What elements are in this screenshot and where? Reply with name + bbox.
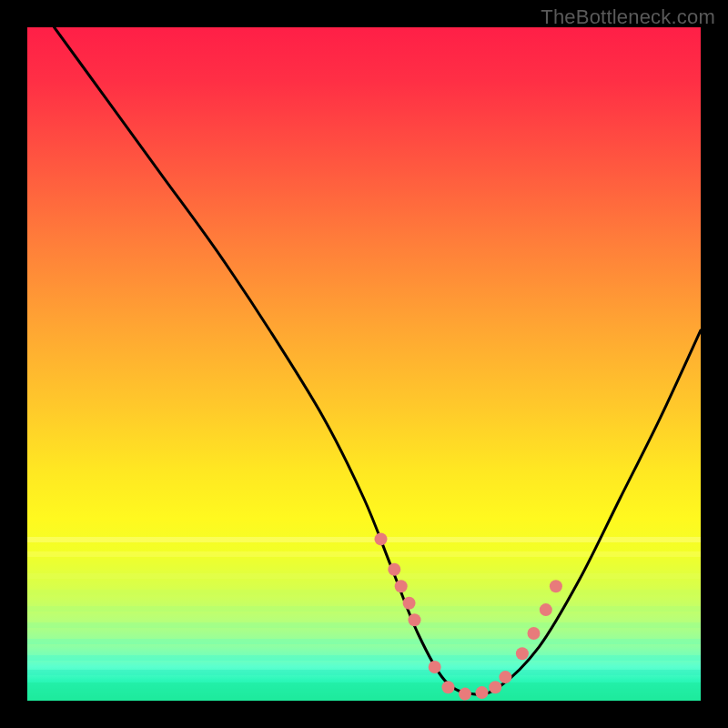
highlight-point [403,597,416,610]
highlight-point [527,627,540,640]
highlight-point [516,647,529,660]
highlight-point [499,671,511,683]
highlight-point [540,603,552,616]
highlight-point [459,688,471,701]
highlight-point [442,681,455,693]
marker-layer [375,532,562,700]
bottleneck-curve [55,27,701,694]
watermark-text: TheBottleneck.com [541,5,715,29]
highlight-point [429,661,441,673]
highlight-point [550,580,562,592]
highlight-point [489,681,501,693]
highlight-point [375,532,388,545]
highlight-point [388,563,400,576]
chart-stage: TheBottleneck.com [0,0,728,728]
highlight-point [409,613,421,626]
chart-svg [27,27,701,701]
highlight-point [395,580,408,592]
plot-area [27,27,701,701]
highlight-point [476,686,489,699]
curve-layer [55,27,701,694]
